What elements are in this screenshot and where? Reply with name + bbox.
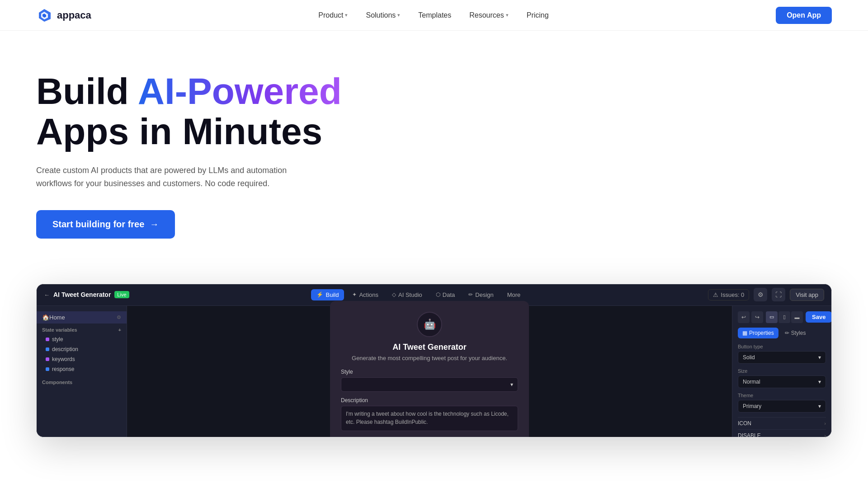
build-icon: ⚡ (316, 291, 323, 298)
panel-save-button[interactable]: Save (806, 311, 832, 323)
button-type-dropdown[interactable]: Solid ▾ (738, 351, 826, 364)
state-vars-section: State variables + (37, 324, 127, 334)
disable-row-chevron-icon: › (824, 433, 826, 437)
preview-tab-actions[interactable]: ✦ Actions (347, 289, 384, 300)
hero-cta-button[interactable]: Start building for free → (36, 210, 175, 239)
preview-tab-design[interactable]: ✏ Design (463, 289, 499, 300)
card-logo: 🤖 (417, 312, 442, 337)
sidebar-var-style[interactable]: style (37, 334, 127, 344)
redo-button[interactable]: ↪ (751, 311, 763, 323)
components-label: Components (37, 374, 127, 387)
style-field-label: Style (341, 369, 518, 375)
data-icon: ⬡ (436, 291, 440, 298)
disable-row[interactable]: DISABLE › (738, 429, 826, 437)
size-chevron-icon: ▾ (818, 379, 821, 385)
preview-visit-button[interactable]: Visit app (790, 289, 824, 301)
styles-icon: ✏ (785, 330, 789, 336)
arrow-icon: → (150, 219, 159, 230)
nav-logo[interactable]: appaca (36, 7, 91, 23)
preview-tab-build[interactable]: ⚡ Build (311, 289, 344, 300)
preview-tab-data[interactable]: ⬡ Data (430, 289, 460, 300)
preview-settings-button[interactable]: ⚙ (754, 288, 767, 301)
preview-back-button[interactable]: ← (44, 291, 50, 298)
properties-icon: ▦ (742, 330, 747, 336)
preview-tab-more[interactable]: More (502, 289, 526, 300)
size-label: Size (738, 368, 826, 374)
preview-tab-ai-studio[interactable]: ◇ AI Studio (387, 289, 428, 300)
brand-name: appaca (57, 9, 91, 21)
back-arrow-icon: ← (44, 291, 50, 298)
panel-tab-styles[interactable]: ✏ Styles (780, 328, 811, 338)
sidebar-var-keywords[interactable]: keywords (37, 354, 127, 364)
nav-item-resources[interactable]: Resources ▾ (462, 8, 515, 23)
preview-body: 🏠 Home ⚙ State variables + style descrip… (37, 306, 831, 437)
appaca-logo-icon (36, 7, 52, 23)
hero-section: Build AI-Powered Apps in Minutes Create … (0, 31, 868, 437)
actions-icon: ✦ (352, 291, 357, 298)
hero-title: Build AI-Powered Apps in Minutes (36, 71, 371, 151)
nav-links-list: Product ▾ Solutions ▾ Templates Resource… (311, 8, 556, 23)
card-subtitle: Generate the most compelling tweet post … (341, 355, 518, 361)
theme-chevron-icon: ▾ (818, 403, 821, 409)
sidebar-var-response[interactable]: response (37, 364, 127, 374)
nav-item-templates[interactable]: Templates (411, 8, 458, 23)
sidebar-var-description[interactable]: description (37, 344, 127, 354)
preview-live-badge: Live (114, 291, 129, 298)
add-var-button[interactable]: + (118, 327, 121, 333)
design-icon: ✏ (468, 291, 473, 298)
var-dot-style (46, 338, 49, 341)
panel-toolbar: ↩ ↪ ▭ ▯ ▬ Save (738, 311, 826, 323)
ai-studio-icon: ◇ (392, 291, 396, 298)
app-preview: ← AI Tweet Generator Live ⚡ Build ✦ Acti… (36, 284, 832, 437)
style-select[interactable]: ▾ (341, 377, 518, 392)
home-icon: 🏠 (42, 314, 49, 321)
sidebar-home-item[interactable]: 🏠 Home ⚙ (37, 311, 127, 324)
description-textarea[interactable]: I'm writing a tweet about how cool is th… (341, 406, 518, 431)
solutions-chevron-icon: ▾ (397, 12, 400, 18)
icon-row[interactable]: ICON › (738, 417, 826, 429)
preview-left-sidebar: 🏠 Home ⚙ State variables + style descrip… (37, 306, 127, 437)
tablet-view-button[interactable]: ▯ (778, 311, 790, 323)
hero-subtitle: Create custom AI products that are power… (36, 164, 316, 190)
resources-chevron-icon: ▾ (506, 12, 509, 18)
home-settings-icon: ⚙ (117, 314, 121, 320)
style-select-chevron-icon: ▾ (510, 381, 513, 388)
var-dot-keywords (46, 357, 49, 361)
desktop-view-button[interactable]: ▭ (766, 311, 778, 323)
open-app-button[interactable]: Open App (776, 7, 832, 24)
nav-item-product[interactable]: Product ▾ (311, 8, 355, 23)
size-dropdown[interactable]: Normal ▾ (738, 375, 826, 388)
mobile-view-button[interactable]: ▬ (791, 311, 803, 323)
var-dot-description (46, 347, 49, 351)
preview-expand-button[interactable]: ⛶ (772, 288, 785, 301)
button-type-label: Button type (738, 344, 826, 349)
var-dot-response (46, 367, 49, 371)
panel-tab-properties[interactable]: ▦ Properties (738, 328, 778, 338)
navbar: appaca Product ▾ Solutions ▾ Templates R… (0, 0, 868, 31)
icon-row-chevron-icon: › (824, 421, 826, 426)
button-type-chevron-icon: ▾ (818, 354, 821, 361)
preview-issues-count: ⚠ Issues: 0 (708, 289, 749, 300)
preview-app-name: AI Tweet Generator (53, 291, 111, 298)
tweet-generator-card: 🤖 AI Tweet Generator Generate the most c… (330, 301, 529, 437)
nav-item-pricing[interactable]: Pricing (519, 8, 556, 23)
theme-dropdown[interactable]: Primary ▾ (738, 400, 826, 413)
card-title: AI Tweet Generator (341, 343, 518, 352)
issues-icon: ⚠ (713, 291, 718, 298)
description-field-label: Description (341, 397, 518, 404)
nav-item-solutions[interactable]: Solutions ▾ (359, 8, 407, 23)
undo-button[interactable]: ↩ (738, 311, 750, 323)
preview-right-panel: ↩ ↪ ▭ ▯ ▬ Save ▦ Properties (732, 306, 831, 437)
theme-label: Theme (738, 393, 826, 398)
panel-tabs: ▦ Properties ✏ Styles (738, 328, 826, 338)
preview-canvas: 🤖 AI Tweet Generator Generate the most c… (127, 306, 732, 437)
product-chevron-icon: ▾ (345, 12, 348, 18)
